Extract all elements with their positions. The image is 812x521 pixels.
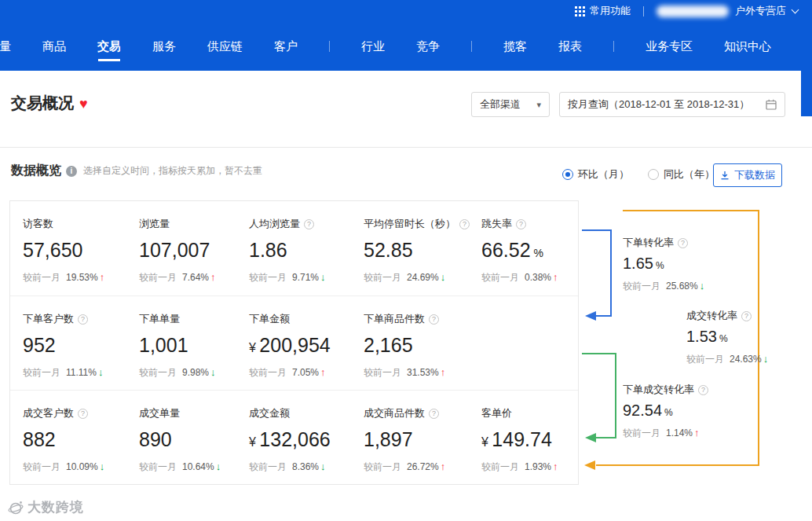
metric-value: 1,897 [364,428,481,451]
metric-bounce-rate: 跳失率? 66.52% 较前一月0.38%↑ [481,217,578,295]
nav-item-customers[interactable]: 客户 [274,39,298,54]
trend-arrow-icon: ↓ [216,460,221,472]
help-icon[interactable]: ? [78,314,88,325]
help-icon[interactable]: ? [459,219,470,229]
channel-filter-select[interactable]: 全部渠道 ▾ [471,92,550,117]
metric-order-count: 下单单量 1,001 较前一月9.98%↓ [139,312,249,390]
trend-arrow-icon: ↑ [694,427,700,438]
metric-compare: 较前一月10.64%↓ [139,460,249,474]
metric-avg-order-value: 客单价 ¥ 149.74 较前一月1.93%↑ [481,406,578,484]
metric-value: 92.54% [623,402,708,420]
radio-yoy[interactable]: 同比（年） [648,167,715,182]
chevron-down-icon [792,6,799,13]
help-icon[interactable]: ? [304,219,314,229]
help-icon[interactable]: ? [78,409,88,419]
metric-label: 人均浏览量 [249,217,300,231]
trend-arrow-icon: ↑ [441,460,446,472]
page-title-text: 交易概况 [11,93,74,114]
trend-arrow-icon: ↓ [210,366,216,378]
metric-order-amount: 下单金额 ¥ 200,954 较前一月7.05%↑ [249,312,364,390]
metric-compare: 较前一月1.14%↑ [623,427,708,440]
nav-item-competition[interactable]: 竞争 [416,39,440,54]
radio-mom[interactable]: 环比（月） [562,167,629,182]
grid-icon [575,6,585,17]
nav-divider [471,41,472,52]
main-nav: 流量 商品 交易 服务 供应链 客户 行业 竞争 揽客 报表 业务专区 知识中心 [0,27,812,66]
help-icon[interactable]: ? [678,238,688,248]
metric-label: 客单价 [481,406,512,420]
download-data-button[interactable]: 下载数据 [713,163,782,187]
metrics-row-deals: 成交客户数? 882 较前一月10.09%↓ 成交单量 890 较前一月10.6… [10,390,578,484]
nav-item-reports[interactable]: 报表 [558,39,582,54]
common-functions-button[interactable]: 常用功能 [575,4,631,18]
metric-compare: 较前一月0.38%↑ [481,271,578,284]
metric-label: 下单客户数 [23,312,74,326]
metric-order-item-count: 下单商品件数? 2,165 较前一月31.53%↑ [364,312,481,390]
help-icon[interactable]: ? [741,311,752,321]
nav-item-products[interactable]: 商品 [42,39,66,54]
overview-section-title: 数据概览 i 选择自定义时间，指标按天累加，暂不去重 [11,163,262,179]
metric-value: 52.85 [364,239,481,262]
trend-arrow-icon: ↑ [210,271,216,283]
download-label: 下载数据 [734,168,775,182]
globe-icon [8,500,24,515]
metric-value: 1.65% [623,255,704,273]
metric-value: 952 [23,334,139,357]
nav-item-supply-chain[interactable]: 供应链 [207,39,243,54]
metric-label: 浏览量 [139,217,170,231]
nav-item-business-zone[interactable]: 业务专区 [646,39,693,54]
info-icon[interactable]: i [66,166,77,177]
channel-filter-value: 全部渠道 [480,97,521,112]
nav-item-industry[interactable]: 行业 [361,39,385,54]
metric-compare: 较前一月7.64%↑ [139,271,249,284]
trend-arrow-icon: ↓ [320,271,326,283]
metric-value: 2,165 [364,334,481,357]
metric-label: 访客数 [23,217,53,231]
watermark-text: 大数跨境 [27,498,84,516]
nav-item-knowledge-center[interactable]: 知识中心 [724,39,771,54]
date-range-picker[interactable]: 按月查询（2018-12-01 至 2018-12-31） [559,92,785,117]
metric-label: 成交客户数 [23,406,74,420]
nav-item-trade[interactable]: 交易 [97,39,121,54]
metric-label: 下单成交转化率 [623,383,694,397]
metric-value: 1.86 [249,239,364,262]
metric-value: 66.52% [481,239,578,262]
trend-arrow-icon: ↓ [320,460,326,472]
metric-deal-amount: 成交金额 ¥ 132,066 较前一月8.36%↓ [249,406,364,484]
store-name: 户外专营店 [735,4,786,18]
metric-compare: 较前一月1.93%↑ [481,460,578,474]
nav-item-traffic[interactable]: 流量 [0,39,11,54]
nav-item-service[interactable]: 服务 [152,39,176,54]
metrics-panel: 访客数 57,650 较前一月19.53%↑ 浏览量 107,007 较前一月7… [9,200,579,485]
metric-compare: 较前一月24.69%↓ [364,271,481,284]
metric-label: 下单金额 [249,312,290,326]
nav-item-attract-customers[interactable]: 揽客 [503,39,527,54]
metric-value: 1,001 [139,334,249,357]
page-title: 交易概况 ♥ [11,93,88,114]
help-icon[interactable]: ? [429,314,439,325]
help-icon[interactable]: ? [698,385,708,395]
caret-down-icon: ▾ [536,100,541,110]
help-icon[interactable]: ? [429,409,439,419]
help-icon[interactable]: ? [516,219,526,229]
app-header: 常用功能 户外专营店 流量 商品 交易 服务 供应链 客户 行业 竞争 揽客 报… [0,0,812,71]
trend-arrow-icon: ↓ [700,280,705,292]
common-functions-label: 常用功能 [590,4,631,18]
metric-label: 成交单量 [139,406,180,420]
radio-yoy-circle[interactable] [648,169,659,180]
metric-visitors: 访客数 57,650 较前一月19.53%↑ [23,217,139,295]
metric-value: ¥ 200,954 [249,334,364,357]
favorite-heart-icon[interactable]: ♥ [79,97,88,111]
metric-pageviews: 浏览量 107,007 较前一月7.64%↑ [139,217,249,295]
metric-label: 下单单量 [139,312,180,326]
account-menu[interactable]: 户外专营店 [657,4,798,18]
metric-compare: 较前一月9.71%↓ [249,271,364,284]
trend-arrow-icon: ↑ [100,271,105,283]
metric-deal-item-count: 成交商品件数? 1,897 较前一月26.72%↑ [364,406,481,484]
metric-label: 成交转化率 [686,309,737,323]
radio-mom-circle[interactable] [562,169,573,180]
top-utility-bar: 常用功能 户外专营店 [0,0,812,22]
metric-label: 成交商品件数 [364,406,425,420]
watermark-logo: 大数跨境 [8,498,84,516]
overview-hint: 选择自定义时间，指标按天累加，暂不去重 [83,164,262,178]
